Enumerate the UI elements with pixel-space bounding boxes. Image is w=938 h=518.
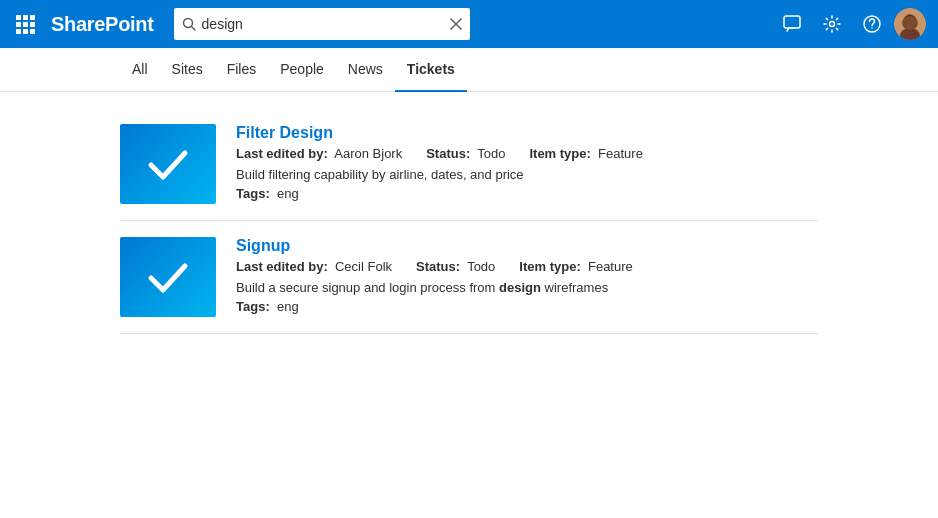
item-type-2: Item type: Feature xyxy=(519,259,632,274)
waffle-grid-icon xyxy=(16,15,35,34)
nav-tabs: All Sites Files People News Tickets xyxy=(0,48,938,92)
result-item: Filter Design Last edited by: Aaron Bjor… xyxy=(120,108,818,221)
checkmark-icon xyxy=(143,252,193,302)
waffle-button[interactable] xyxy=(12,11,39,38)
svg-point-9 xyxy=(904,14,916,26)
svg-point-11 xyxy=(905,17,915,27)
last-edited-2: Last edited by: Cecil Folk xyxy=(236,259,392,274)
result-desc-2: Build a secure signup and login process … xyxy=(236,280,818,295)
result-thumbnail-2 xyxy=(120,237,216,317)
avatar[interactable] xyxy=(894,8,926,40)
result-meta-2: Last edited by: Cecil Folk Status: Todo … xyxy=(236,259,818,274)
tab-all[interactable]: All xyxy=(120,48,160,92)
avatar-image xyxy=(894,8,926,40)
result-title-1[interactable]: Filter Design xyxy=(236,124,818,142)
result-item: Signup Last edited by: Cecil Folk Status… xyxy=(120,221,818,334)
result-tags-1: Tags: eng xyxy=(236,186,818,201)
result-info-2: Signup Last edited by: Cecil Folk Status… xyxy=(236,237,818,314)
header-icons xyxy=(774,6,926,42)
app-name: SharePoint xyxy=(51,13,154,36)
svg-rect-4 xyxy=(784,16,800,28)
checkmark-icon xyxy=(143,139,193,189)
header: SharePoint xyxy=(0,0,938,48)
tab-tickets[interactable]: Tickets xyxy=(395,48,467,92)
svg-point-5 xyxy=(830,22,835,27)
help-button[interactable] xyxy=(854,6,890,42)
clear-search-button[interactable] xyxy=(450,18,462,30)
last-edited-1: Last edited by: Aaron Bjork xyxy=(236,146,402,161)
search-box xyxy=(174,8,470,40)
status-1: Status: Todo xyxy=(426,146,505,161)
item-type-1: Item type: Feature xyxy=(529,146,642,161)
search-input[interactable] xyxy=(202,16,444,32)
result-info-1: Filter Design Last edited by: Aaron Bjor… xyxy=(236,124,818,201)
result-thumbnail-1 xyxy=(120,124,216,204)
result-title-2[interactable]: Signup xyxy=(236,237,818,255)
result-tags-2: Tags: eng xyxy=(236,299,818,314)
tab-news[interactable]: News xyxy=(336,48,395,92)
result-desc-1: Build filtering capability by airline, d… xyxy=(236,167,818,182)
search-icon xyxy=(182,17,196,31)
tab-files[interactable]: Files xyxy=(215,48,269,92)
status-2: Status: Todo xyxy=(416,259,495,274)
svg-line-1 xyxy=(191,27,195,31)
settings-button[interactable] xyxy=(814,6,850,42)
chat-button[interactable] xyxy=(774,6,810,42)
tab-sites[interactable]: Sites xyxy=(160,48,215,92)
search-results: Filter Design Last edited by: Aaron Bjor… xyxy=(0,92,938,350)
svg-point-7 xyxy=(871,27,873,29)
result-meta-1: Last edited by: Aaron Bjork Status: Todo… xyxy=(236,146,818,161)
tab-people[interactable]: People xyxy=(268,48,336,92)
